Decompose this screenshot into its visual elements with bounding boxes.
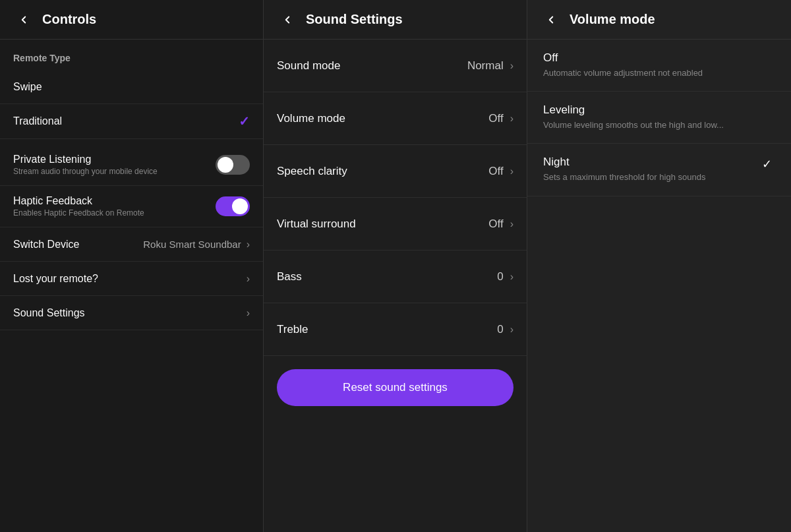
volume-mode-label: Volume mode bbox=[277, 112, 345, 125]
treble-label: Treble bbox=[277, 323, 308, 336]
volume-mode-back-button[interactable] bbox=[541, 9, 562, 30]
remote-type-label: Remote Type bbox=[0, 40, 263, 70]
sound-mode-item[interactable]: Sound mode Normal › bbox=[264, 40, 527, 92]
private-listening-toggle-container bbox=[216, 155, 250, 175]
private-listening-sublabel: Stream audio through your mobile device bbox=[13, 167, 216, 176]
bass-label: Bass bbox=[277, 270, 302, 283]
private-listening-item: Private Listening Stream audio through y… bbox=[0, 144, 263, 186]
volume-mode-chevron: › bbox=[510, 113, 513, 125]
virtual-surround-label: Virtual surround bbox=[277, 218, 356, 231]
volume-mode-value: Off bbox=[488, 112, 503, 125]
sound-settings-title: Sound Settings bbox=[306, 12, 403, 27]
volume-mode-title: Volume mode bbox=[570, 12, 655, 27]
volume-off-content: Off Automatic volume adjustment not enab… bbox=[543, 51, 775, 79]
haptic-feedback-toggle[interactable] bbox=[216, 196, 250, 216]
switch-device-value: Roku Smart Soundbar bbox=[143, 239, 241, 250]
speech-clarity-label: Speech clarity bbox=[277, 165, 347, 178]
private-listening-toggle[interactable] bbox=[216, 155, 250, 175]
controls-back-button[interactable] bbox=[13, 9, 34, 30]
bass-chevron: › bbox=[510, 271, 513, 283]
toggle-knob bbox=[218, 157, 233, 173]
treble-right: 0 › bbox=[497, 323, 513, 336]
haptic-toggle-knob bbox=[232, 198, 248, 214]
lost-remote-label: Lost your remote? bbox=[13, 273, 98, 285]
treble-chevron: › bbox=[510, 324, 513, 336]
lost-remote-chevron: › bbox=[247, 273, 250, 285]
traditional-option[interactable]: Traditional ✓ bbox=[0, 104, 263, 139]
sound-settings-header: Sound Settings bbox=[264, 0, 527, 40]
private-listening-label: Private Listening bbox=[13, 154, 216, 165]
bass-value: 0 bbox=[497, 270, 503, 283]
speech-clarity-right: Off › bbox=[488, 165, 513, 178]
volume-night-content: Night Sets a maximum threshold for high … bbox=[543, 156, 754, 183]
volume-option-off[interactable]: Off Automatic volume adjustment not enab… bbox=[527, 40, 791, 92]
sound-mode-right: Normal › bbox=[467, 59, 513, 73]
volume-option-night[interactable]: Night Sets a maximum threshold for high … bbox=[527, 144, 791, 196]
swipe-label: Swipe bbox=[13, 81, 42, 93]
volume-leveling-desc: Volume leveling smooths out the high and… bbox=[543, 119, 775, 131]
virtual-surround-value: Off bbox=[488, 218, 503, 231]
reset-sound-settings-button[interactable]: Reset sound settings bbox=[277, 369, 513, 406]
volume-mode-header: Volume mode bbox=[527, 0, 791, 40]
speech-clarity-chevron: › bbox=[510, 165, 513, 177]
speech-clarity-item[interactable]: Speech clarity Off › bbox=[264, 145, 527, 198]
sound-settings-chevron: › bbox=[247, 307, 250, 319]
volume-mode-panel: Volume mode Off Automatic volume adjustm… bbox=[527, 0, 791, 532]
controls-panel: Controls Remote Type Swipe Traditional ✓… bbox=[0, 0, 264, 532]
volume-off-label: Off bbox=[543, 51, 775, 65]
lost-remote-item[interactable]: Lost your remote? › bbox=[0, 262, 263, 296]
volume-night-desc: Sets a maximum threshold for high sounds bbox=[543, 171, 754, 183]
virtual-surround-right: Off › bbox=[488, 218, 513, 231]
treble-item[interactable]: Treble 0 › bbox=[264, 303, 527, 356]
switch-device-item[interactable]: Switch Device Roku Smart Soundbar › bbox=[0, 227, 263, 262]
speech-clarity-value: Off bbox=[488, 165, 503, 178]
virtual-surround-item[interactable]: Virtual surround Off › bbox=[264, 198, 527, 251]
private-listening-content: Private Listening Stream audio through y… bbox=[13, 154, 216, 176]
sound-settings-label: Sound Settings bbox=[13, 307, 85, 319]
volume-leveling-label: Leveling bbox=[543, 103, 775, 117]
haptic-feedback-label: Haptic Feedback bbox=[13, 195, 216, 207]
switch-device-chevron: › bbox=[247, 239, 250, 251]
haptic-feedback-content: Haptic Feedback Enables Haptic Feedback … bbox=[13, 195, 216, 218]
switch-device-label: Switch Device bbox=[13, 239, 79, 251]
bass-right: 0 › bbox=[497, 270, 513, 283]
sound-settings-item[interactable]: Sound Settings › bbox=[0, 296, 263, 330]
sound-mode-chevron: › bbox=[510, 60, 513, 72]
volume-mode-item[interactable]: Volume mode Off › bbox=[264, 92, 527, 145]
volume-option-leveling[interactable]: Leveling Volume leveling smooths out the… bbox=[527, 92, 791, 144]
traditional-label: Traditional bbox=[13, 115, 62, 127]
sound-mode-label: Sound mode bbox=[277, 59, 340, 73]
sound-settings-back-button[interactable] bbox=[277, 9, 298, 30]
controls-header: Controls bbox=[0, 0, 263, 40]
volume-mode-right: Off › bbox=[488, 112, 513, 125]
switch-device-right: Roku Smart Soundbar › bbox=[143, 239, 250, 251]
volume-night-label: Night bbox=[543, 156, 754, 169]
controls-title: Controls bbox=[42, 12, 96, 27]
volume-leveling-content: Leveling Volume leveling smooths out the… bbox=[543, 103, 775, 131]
volume-night-checkmark: ✓ bbox=[762, 157, 775, 171]
bass-item[interactable]: Bass 0 › bbox=[264, 251, 527, 303]
treble-value: 0 bbox=[497, 323, 503, 336]
virtual-surround-chevron: › bbox=[510, 218, 513, 230]
volume-off-desc: Automatic volume adjustment not enabled bbox=[543, 67, 775, 79]
haptic-feedback-toggle-container bbox=[216, 196, 250, 216]
sound-settings-panel: Sound Settings Sound mode Normal › Volum… bbox=[264, 0, 527, 532]
swipe-option[interactable]: Swipe bbox=[0, 70, 263, 104]
haptic-feedback-item: Haptic Feedback Enables Haptic Feedback … bbox=[0, 186, 263, 227]
haptic-feedback-sublabel: Enables Haptic Feedback on Remote bbox=[13, 208, 216, 218]
sound-mode-value: Normal bbox=[467, 59, 504, 73]
traditional-checkmark: ✓ bbox=[239, 113, 250, 129]
